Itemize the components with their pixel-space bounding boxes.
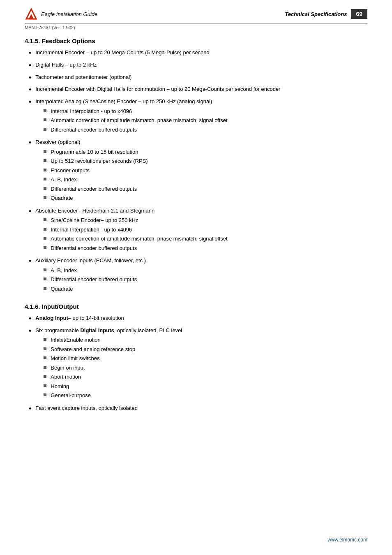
sub-list-item: Quadrate (44, 285, 367, 293)
sq-bullet-icon (44, 150, 46, 153)
sq-bullet-icon (44, 109, 46, 112)
section-416-heading: 4.1.6. Input/Output (25, 303, 367, 310)
sq-bullet-icon (44, 278, 46, 280)
list-item: • Tachometer and potentiometer (optional… (29, 73, 367, 82)
sq-bullet-icon (44, 218, 46, 221)
sub-list-item: Abort motion (44, 373, 367, 381)
sq-bullet-icon (44, 287, 46, 290)
item-text: Auxiliary Encoder inputs (ECAM, follower… (35, 257, 146, 264)
sub-item-text: A, B, Index (51, 176, 77, 184)
list-item: • Absolute Encoder - Heidenhain 2.1 and … (29, 207, 367, 254)
sub-item-text: Begin on input (51, 364, 85, 372)
sub-item-text: Programmable 10 to 15 bit resolution (51, 148, 138, 156)
sub-item-text: General-purpose (51, 391, 91, 400)
sub-list: Inhibit/Enable motion Software and analo… (44, 336, 367, 400)
list-item: • Fast event capture inputs, optically i… (29, 404, 367, 413)
sub-item-text: Encoder outputs (51, 166, 90, 175)
bullet-icon: • (29, 405, 31, 413)
bullet-icon: • (29, 86, 31, 94)
item-text: Incremental Encoder with Digital Halls f… (35, 86, 280, 92)
sub-item-text: Automatic correction of amplitude mismat… (51, 235, 227, 243)
sq-bullet-icon (44, 375, 46, 378)
item-text-bold: Digital Inputs (80, 327, 114, 333)
sub-list-item: Differential encoder buffered outputs (44, 185, 367, 193)
sub-list-item: Quadrate (44, 194, 367, 202)
sq-bullet-icon (44, 187, 46, 190)
sub-item-text: Internal Interpolation - up to x4096 (51, 107, 132, 116)
bullet-icon: • (29, 327, 31, 335)
bullet-icon: • (29, 315, 31, 323)
bullet-icon: • (29, 139, 31, 147)
sq-bullet-icon (44, 393, 46, 396)
footer-url-text: www.elmomc.com (327, 537, 367, 543)
list-item: • Digital Halls – up to 2 kHz (29, 61, 367, 70)
item-text: – up to 14-bit resolution (68, 315, 124, 321)
section-416-number: 4.1.6. (25, 303, 40, 310)
sub-list-item: A, B, Index (44, 266, 367, 275)
sub-item-text: Differential encoder buffered outputs (51, 126, 137, 134)
section-416-title: Input/Output (42, 303, 79, 310)
sq-bullet-icon (44, 246, 46, 249)
sub-item-text: Differential encoder buffered outputs (51, 275, 137, 284)
sub-list-item: Differential encoder buffered outputs (44, 275, 367, 284)
sq-bullet-icon (44, 159, 46, 162)
sub-list-item: Begin on input (44, 364, 367, 372)
io-list: • Analog Input– up to 14-bit resolution … (29, 314, 367, 413)
list-item: • Resolver (optional) Programmable 10 to… (29, 138, 367, 204)
sq-bullet-icon (44, 228, 46, 231)
header-right: Technical Specifications 69 (285, 9, 367, 19)
list-item: • Six programmable Digital Inputs, optic… (29, 326, 367, 401)
bullet-icon: • (29, 98, 31, 106)
sub-list: Sine/Cosine Encoder– up to 250 kHz Inter… (44, 216, 367, 252)
list-item: • Incremental Encoder – up to 20 Mega-Co… (29, 49, 367, 58)
sub-list-item: Internal Interpolation - up to x4096 (44, 226, 367, 234)
sub-list-item: General-purpose (44, 391, 367, 400)
item-text-pre: Six programmable (35, 327, 80, 333)
sub-list-item: Software and analog reference stop (44, 345, 367, 354)
item-text-bold: Analog Input (35, 315, 68, 321)
sub-item-text: Abort motion (51, 373, 81, 381)
sub-item-text: Differential encoder buffered outputs (51, 185, 137, 193)
item-text: Interpolated Analog (Sine/Cosine) Encode… (35, 98, 212, 104)
item-text: , optically isolated, PLC level (114, 327, 182, 333)
sub-list-item: Automatic correction of amplitude mismat… (44, 116, 367, 125)
bullet-icon: • (29, 74, 31, 82)
sub-item-text: Up to 512 revolutions per seconds (RPS) (51, 157, 148, 165)
footer-url[interactable]: www.elmomc.com (327, 537, 367, 543)
sub-item-text: A, B, Index (51, 266, 77, 275)
sub-list-item: Motion limit switches (44, 354, 367, 363)
sub-item-text: Homing (51, 382, 69, 391)
sub-list-item: Automatic correction of amplitude mismat… (44, 235, 367, 243)
sub-list: Internal Interpolation - up to x4096 Aut… (44, 107, 367, 134)
item-text: Absolute Encoder - Heidenhain 2.1 and St… (35, 208, 154, 214)
page-header: Eagle Installation Guide Technical Speci… (25, 7, 367, 23)
section-title: Technical Specifications (285, 11, 347, 17)
header-left: Eagle Installation Guide (25, 7, 97, 21)
sub-list-item: Inhibit/Enable motion (44, 336, 367, 344)
sub-list-item: Programmable 10 to 15 bit resolution (44, 148, 367, 156)
list-item: • Analog Input– up to 14-bit resolution (29, 314, 367, 323)
sub-list-item: Homing (44, 382, 367, 391)
item-text: Digital Halls – up to 2 kHz (35, 62, 97, 68)
sq-bullet-icon (44, 268, 46, 271)
item-text: Incremental Encoder – up to 20 Mega-Coun… (35, 49, 209, 56)
item-text: Resolver (optional) (35, 139, 80, 145)
sub-list-item: A, B, Index (44, 176, 367, 184)
sub-item-text: Inhibit/Enable motion (51, 336, 100, 344)
sub-item-text: Quadrate (51, 285, 73, 293)
page: Eagle Installation Guide Technical Speci… (0, 0, 392, 555)
svg-marker-1 (29, 14, 34, 19)
sq-bullet-icon (44, 384, 46, 387)
sq-bullet-icon (44, 366, 46, 369)
section-415-number: 4.1.5. (25, 37, 40, 44)
feedback-list: • Incremental Encoder – up to 20 Mega-Co… (29, 49, 367, 294)
sub-item-text: Differential encoder buffered outputs (51, 244, 137, 252)
item-text: Tachometer and potentiometer (optional) (35, 74, 131, 80)
sq-bullet-icon (44, 338, 46, 341)
sub-item-text: Internal Interpolation - up to x4096 (51, 226, 132, 234)
sub-item-text: Sine/Cosine Encoder– up to 250 kHz (51, 216, 138, 224)
item-text: Fast event capture inputs, optically iso… (35, 405, 138, 411)
sub-item-text: Software and analog reference stop (51, 345, 135, 354)
sub-list-item: Sine/Cosine Encoder– up to 250 kHz (44, 216, 367, 224)
list-item: • Auxiliary Encoder inputs (ECAM, follow… (29, 257, 367, 294)
